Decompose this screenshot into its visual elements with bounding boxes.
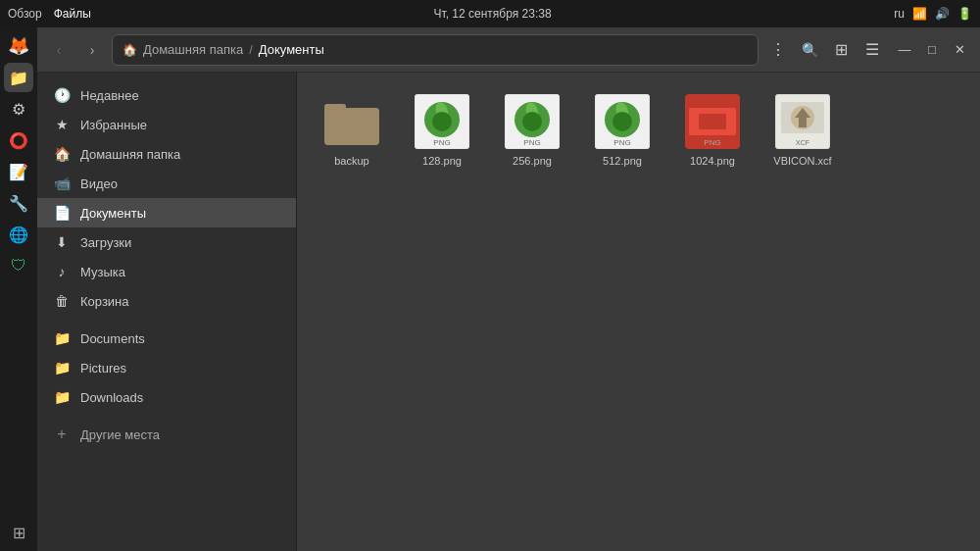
search-button[interactable]: 🔍 (796, 36, 823, 64)
recent-icon: 🕐 (53, 86, 71, 104)
xcf-icon-vbicon: XCF (775, 94, 830, 149)
downloads-icon: 📁 (53, 388, 71, 406)
sidebar-item-home[interactable]: 🏠 Домашняя папка (37, 139, 296, 169)
home-icon: 🏠 (122, 43, 137, 57)
file-item-512[interactable]: PNG 512.png (583, 88, 662, 173)
sidebar-label-downloads: Downloads (80, 390, 143, 405)
volume-icon: 🔊 (935, 7, 950, 21)
sidebar-label-documents2: Documents (80, 331, 145, 346)
svg-point-12 (522, 112, 542, 131)
files-label[interactable]: Файлы (54, 7, 91, 21)
sidebar-label-music: Музыка (80, 265, 125, 279)
file-item-128[interactable]: PNG 128.png (403, 88, 481, 173)
language-indicator: ru (894, 7, 905, 21)
sidebar-label-downloads-ru: Загрузки (80, 235, 131, 250)
overview-label[interactable]: Обзор (8, 7, 42, 21)
svg-text:PNG: PNG (613, 138, 630, 147)
sidebar-item-downloads[interactable]: 📁 Downloads (37, 382, 296, 412)
file-item-1024[interactable]: PNG 1024.png (673, 88, 752, 173)
files-grid: backup PNG 128 (313, 88, 964, 173)
taskbar-icon-firefox[interactable]: 🦊 (4, 31, 33, 61)
starred-icon: ★ (53, 116, 71, 133)
file-item-256[interactable]: PNG 256.png (493, 88, 571, 173)
taskbar-icon-chrome[interactable]: 🌐 (4, 220, 33, 249)
path-current[interactable]: Документы (259, 42, 324, 57)
sidebar-label-recent: Недавнее (80, 88, 139, 103)
sidebar-item-documents[interactable]: 📄 Документы (37, 198, 296, 227)
svg-text:PNG: PNG (704, 138, 720, 147)
close-button[interactable]: ✕ (947, 37, 972, 63)
pictures-icon: 📁 (53, 359, 71, 376)
trash-icon: 🗑 (53, 292, 71, 310)
svg-rect-21 (699, 114, 726, 129)
sidebar-label-pictures: Pictures (80, 361, 126, 376)
sidebar-label-starred: Избранные (80, 118, 147, 132)
sidebar-item-recent[interactable]: 🕐 Недавнее (37, 80, 296, 110)
sidebar-label-trash: Корзина (80, 294, 129, 309)
file-label-1024: 1024.png (690, 155, 735, 167)
topbar-datetime: Чт, 12 сентября 23:38 (434, 7, 552, 21)
sidebar-item-pictures[interactable]: 📁 Pictures (37, 353, 296, 382)
png-icon-256: PNG (505, 94, 560, 149)
path-separator: / (249, 42, 253, 57)
sidebar: 🕐 Недавнее ★ Избранные 🏠 Домашняя папка … (37, 73, 297, 551)
svg-rect-3 (324, 104, 346, 116)
battery-icon: 🔋 (957, 7, 972, 21)
png-icon-512: PNG (595, 94, 650, 149)
menu-button[interactable]: ⋮ (764, 36, 792, 64)
main-content: 🕐 Недавнее ★ Избранные 🏠 Домашняя папка … (37, 73, 980, 551)
path-home[interactable]: Домашняя папка (143, 42, 243, 57)
documents2-icon: 📁 (53, 329, 71, 347)
window-controls: — □ ✕ (892, 37, 972, 63)
taskbar-icon-apps[interactable]: ⊞ (4, 518, 33, 547)
wifi-icon: 📶 (912, 7, 927, 21)
folder-icon-backup (324, 94, 379, 149)
taskbar-icon-shield[interactable]: 🛡 (4, 251, 33, 280)
sidebar-label-documents: Документы (80, 206, 146, 221)
view-list-button[interactable]: ☰ (858, 36, 886, 64)
minimize-button[interactable]: — (892, 37, 917, 63)
taskbar-icon-text[interactable]: 📝 (4, 157, 33, 186)
address-bar[interactable]: 🏠 Домашняя папка / Документы (112, 34, 759, 66)
file-item-vbicon[interactable]: XCF VBICON.xcf (763, 88, 842, 173)
topbar-left: Обзор Файлы (8, 7, 91, 21)
music-icon: ♪ (53, 263, 71, 280)
downloads-ru-icon: ⬇ (53, 233, 71, 251)
sidebar-item-other-places[interactable]: + Другие места (37, 420, 296, 449)
sidebar-item-music[interactable]: ♪ Музыка (37, 257, 296, 286)
taskbar-icon-filezilla[interactable]: 🔧 (4, 188, 33, 218)
sidebar-item-video[interactable]: 📹 Видео (37, 169, 296, 198)
view-grid-button[interactable]: ⊞ (827, 36, 855, 64)
video-icon: 📹 (53, 175, 71, 192)
sidebar-label-other: Другие места (80, 427, 160, 442)
sidebar-item-downloads-ru[interactable]: ⬇ Загрузки (37, 227, 296, 257)
toolbar-right-buttons: ⋮ 🔍 ⊞ ☰ (764, 36, 886, 64)
png-icon-1024: PNG (685, 94, 740, 149)
sidebar-label-video: Видео (80, 176, 118, 191)
svg-point-7 (432, 112, 452, 131)
files-app: ‹ › 🏠 Домашняя папка / Документы ⋮ 🔍 ⊞ ☰… (37, 27, 980, 551)
taskbar-icon-red[interactable]: ⭕ (4, 125, 33, 155)
back-button[interactable]: ‹ (45, 36, 73, 64)
sidebar-item-documents2[interactable]: 📁 Documents (37, 324, 296, 353)
maximize-button[interactable]: □ (919, 37, 945, 63)
sidebar-item-trash[interactable]: 🗑 Корзина (37, 286, 296, 316)
file-label-512: 512.png (603, 155, 642, 167)
sidebar-item-starred[interactable]: ★ Избранные (37, 110, 296, 139)
file-label-256: 256.png (513, 155, 552, 167)
sidebar-label-home: Домашняя папка (80, 147, 180, 162)
file-label-128: 128.png (422, 155, 462, 167)
topbar-right: ru 📶 🔊 🔋 (894, 7, 972, 21)
svg-text:XCF: XCF (796, 139, 809, 146)
home-folder-icon: 🏠 (53, 145, 71, 163)
taskbar-icon-settings[interactable]: ⚙ (4, 94, 33, 124)
svg-text:PNG: PNG (433, 138, 450, 147)
toolbar: ‹ › 🏠 Домашняя папка / Документы ⋮ 🔍 ⊞ ☰… (37, 27, 980, 73)
svg-point-17 (612, 112, 632, 131)
file-item-backup[interactable]: backup (313, 88, 391, 173)
png-icon-128: PNG (415, 94, 469, 149)
topbar: Обзор Файлы Чт, 12 сентября 23:38 ru 📶 🔊… (0, 0, 980, 27)
file-label-vbicon: VBICON.xcf (773, 155, 831, 167)
taskbar-icon-files[interactable]: 📁 (4, 63, 33, 92)
forward-button[interactable]: › (78, 36, 106, 64)
